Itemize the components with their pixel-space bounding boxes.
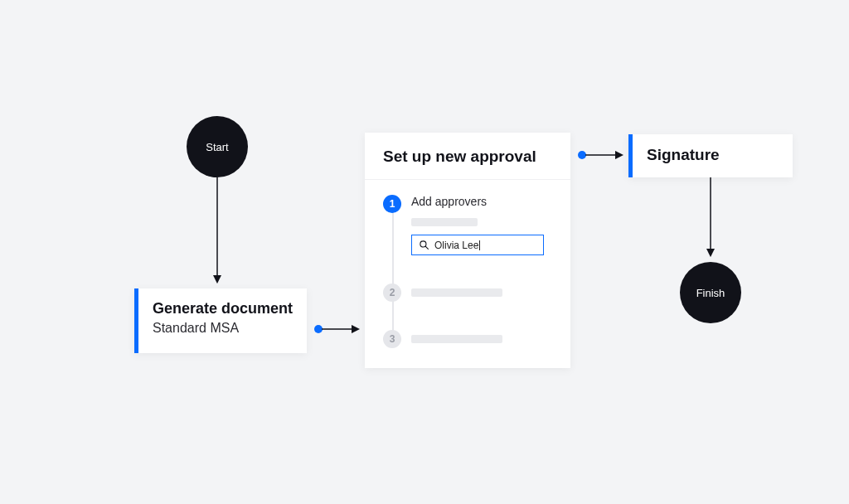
approval-steps: 1 Add approvers Olivia Lee 2 3 [365,180,570,368]
search-icon [419,240,429,250]
connector-dot [578,151,586,159]
step-3-number: 3 [383,330,401,348]
generate-subtitle: Standard MSA [153,321,294,336]
approver-search-input[interactable]: Olivia Lee [411,235,544,255]
step-3: 3 [383,330,552,348]
step-1-label: Add approvers [411,195,552,208]
placeholder-row [411,218,478,226]
approval-card[interactable]: Set up new approval 1 Add approvers Oliv… [365,133,570,368]
generate-title: Generate document [153,300,294,317]
signature-title: Signature [647,146,779,164]
approver-search-value: Olivia Lee [434,240,480,250]
connector-generate-to-approval [322,328,361,330]
step-2-number: 2 [383,284,401,302]
finish-node: Finish [680,262,741,323]
step-1: 1 Add approvers Olivia Lee [383,195,552,255]
generate-document-card[interactable]: Generate document Standard MSA [134,288,307,353]
step-2: 2 [383,284,552,302]
connector-signature-to-finish [710,177,711,259]
accent-bar [134,288,138,353]
step-1-number: 1 [383,195,401,213]
svg-line-3 [425,246,428,249]
accent-bar [628,134,633,177]
connector-start-to-generate [216,177,218,285]
connector-dot [314,325,323,333]
connector-approval-to-signature [585,154,625,156]
signature-card[interactable]: Signature [628,134,793,177]
approval-title: Set up new approval [365,133,570,180]
start-label: Start [206,141,228,153]
placeholder-row [411,335,502,343]
finish-label: Finish [696,287,725,299]
start-node: Start [187,116,248,177]
placeholder-row [411,288,502,297]
